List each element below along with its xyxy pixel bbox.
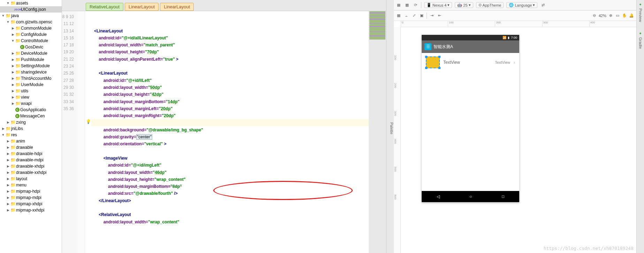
list-item-right-text: TextView <box>495 60 510 64</box>
tree-item[interactable]: CMessageCen <box>0 113 62 119</box>
folder-icon: 📁 <box>10 145 15 150</box>
preview-tab[interactable]: Preview <box>638 8 643 22</box>
align-icon[interactable]: ⫠ <box>404 13 409 18</box>
tree-item-label: ConfigModule <box>21 32 47 37</box>
lightbulb-icon[interactable]: 💡 <box>86 119 91 124</box>
tree-item[interactable]: ▶📁mipmap-xhdpi <box>0 201 62 207</box>
tree-item[interactable]: ▶📁mipmap-hdpi <box>0 188 62 194</box>
folder-icon: 📁 <box>15 82 20 87</box>
minimap[interactable] <box>369 11 386 253</box>
preview-tab-icon[interactable]: ● <box>639 2 642 6</box>
zoom-out-icon[interactable]: ⊖ <box>592 13 597 18</box>
folder-icon: 📁 <box>6 126 10 131</box>
class-icon: C <box>15 108 20 112</box>
tree-item[interactable]: ▶📁ConfigModule <box>0 31 62 38</box>
tree-item[interactable]: CGosDevic <box>0 44 62 50</box>
tree-item[interactable]: ▶📁UserModule <box>0 82 62 88</box>
tree-item[interactable]: ▶📁PushModule <box>0 56 62 63</box>
orientation-icon[interactable]: ⟳ <box>413 2 418 8</box>
folder-icon: 📁 <box>15 101 20 106</box>
preview-toolbar: ▦ ▩ ⟳ 📱 Nexus 4 ▾ 🤖 25 ▾ ⊙ AppTheme 🌐 La… <box>394 0 636 10</box>
project-tree[interactable]: ▼📁assetsJSONUIConfig.json▼📁java▼📁com.giz… <box>0 0 62 253</box>
folder-icon: 📁 <box>6 13 10 18</box>
tree-item[interactable]: JSONUIConfig.json <box>0 6 62 13</box>
api-selector[interactable]: 🤖 25 ▾ <box>455 2 473 8</box>
app-title: 智能水测A <box>434 44 453 50</box>
margins-icon[interactable]: ▣ <box>419 13 424 18</box>
tree-item[interactable]: ▶📁menu <box>0 182 62 188</box>
tree-item[interactable]: ▶📁SettingsModule <box>0 63 62 69</box>
tree-item[interactable]: ▼📁com.gizwits.opensc <box>0 19 62 25</box>
list-item[interactable]: TextView TextView › <box>422 53 519 72</box>
tree-item-label: menu <box>16 183 26 187</box>
folder-icon: 📁 <box>15 57 20 62</box>
tree-item[interactable]: ▶📁ThirdAccountMo <box>0 75 62 82</box>
breadcrumb-tab[interactable]: RelativeLayout <box>86 3 123 11</box>
palette-strip[interactable]: Palette <box>386 0 394 253</box>
tree-item[interactable]: ▶📁anim <box>0 138 62 144</box>
gradle-tab-icon[interactable]: ● <box>639 31 642 35</box>
home-icon[interactable]: ○ <box>469 194 472 199</box>
device-frame[interactable]: 📶 ▮ 7:00 ☰ 智能水测A TextView TextView › <box>422 35 519 202</box>
device-selector[interactable]: 📱 Nexus 4 ▾ <box>424 2 452 8</box>
tree-item[interactable]: ▶📁sharingdevice <box>0 69 62 75</box>
tree-item[interactable]: ▼📁ControlModule <box>0 38 62 44</box>
tree-item[interactable]: ▼📁assets <box>0 0 62 6</box>
selected-imageview[interactable] <box>426 56 440 68</box>
zoom-in-icon[interactable]: ⊕ <box>608 13 613 18</box>
back-icon[interactable]: ◁ <box>437 194 440 199</box>
status-time: 7:00 <box>511 36 517 39</box>
tree-item-label: sharingdevice <box>21 70 47 75</box>
language-selector[interactable]: 🌐 Language ▾ <box>506 2 537 8</box>
recents-icon[interactable]: □ <box>502 194 504 199</box>
fold-column[interactable] <box>77 11 85 253</box>
view-mode-icon[interactable]: ▦ <box>396 2 401 8</box>
blueprint-icon[interactable]: ▩ <box>404 2 410 8</box>
tree-item[interactable]: ▶📁wxapi <box>0 100 62 107</box>
tree-item-label: SettingsModule <box>21 63 50 68</box>
tree-item[interactable]: ▶📁utils <box>0 88 62 94</box>
tree-item-label: mipmap-xxhdpi <box>16 208 44 213</box>
notification-icon[interactable]: 🔔 <box>629 13 634 18</box>
config-icon[interactable]: ⇄ <box>540 2 546 8</box>
zoom-fit-icon[interactable]: ▭ <box>615 13 620 18</box>
folder-icon: 📁 <box>10 164 15 169</box>
tree-item[interactable]: ▼📁res <box>0 132 62 138</box>
tree-item[interactable]: ▶📁drawable <box>0 144 62 151</box>
design-canvas[interactable]: 0100200300400 100200300400500600 📶 ▮ 7:0… <box>394 21 636 253</box>
pan-icon[interactable]: ✋ <box>622 13 627 18</box>
breadcrumb-tab[interactable]: LinearLayout <box>160 3 194 11</box>
code-editor[interactable]: 8 9 10 11 12 13 14 15 16 17 18 19 20 21 … <box>62 11 386 253</box>
folder-icon: 📁 <box>15 51 20 56</box>
tree-item[interactable]: ▼📁java <box>0 13 62 19</box>
code-content[interactable]: <LinearLayout android:id="@+id/allLinear… <box>91 11 386 253</box>
folder-icon: 📁 <box>10 158 15 162</box>
tree-item-label: assets <box>16 1 28 6</box>
tree-item[interactable]: ▶📁drawable-hdpi <box>0 151 62 157</box>
grid-icon[interactable]: ▦ <box>396 13 401 18</box>
tree-item[interactable]: ▶📁drawable-mdpi <box>0 157 62 163</box>
tree-item[interactable]: ▶📁zxing <box>0 119 62 125</box>
tree-item-label: GosDevic <box>25 45 43 49</box>
breadcrumb-tab[interactable]: LinearLayout <box>125 3 159 11</box>
tree-item-label: UIConfig.json <box>21 7 46 12</box>
tree-item[interactable]: ▶📁DeviceModule <box>0 50 62 56</box>
tree-item[interactable]: ▶📁drawable-xxhdpi <box>0 169 62 176</box>
folder-icon: 📁 <box>10 195 15 200</box>
pack-icon[interactable]: ⇥ <box>429 13 435 18</box>
tree-item[interactable]: ▶📁mipmap-mdpi <box>0 194 62 201</box>
tree-item[interactable]: ▶📁CommonModule <box>0 25 62 31</box>
theme-selector[interactable]: ⊙ AppTheme <box>476 2 504 8</box>
tree-item[interactable]: ▶📁mipmap-xxhdpi <box>0 207 62 213</box>
tree-item[interactable]: CGosApplicatio <box>0 107 62 113</box>
folder-icon: 📁 <box>10 201 15 206</box>
tree-item-label: PushModule <box>21 57 44 62</box>
tree-item[interactable]: ▶📁drawable-xhdpi <box>0 163 62 169</box>
gradle-tab[interactable]: Gradle <box>638 37 643 49</box>
tree-item-label: view <box>21 95 29 100</box>
tree-item[interactable]: ▶📁view <box>0 94 62 100</box>
tree-item[interactable]: ▶📁jniLibs <box>0 125 62 132</box>
expand-icon[interactable]: ⤢ <box>411 13 417 18</box>
tree-item[interactable]: ▶📁layout <box>0 176 62 182</box>
unpack-icon[interactable]: ⇤ <box>437 13 442 18</box>
